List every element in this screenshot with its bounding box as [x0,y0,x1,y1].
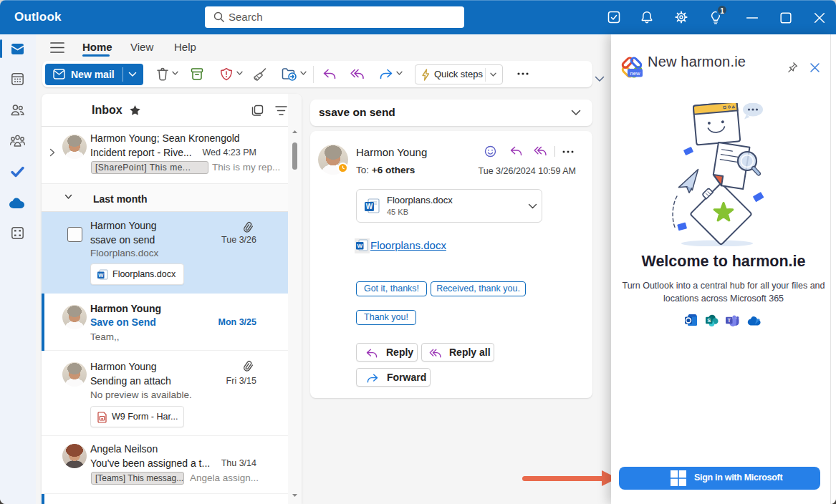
svg-text:T: T [728,317,731,324]
svg-text:new: new [630,70,640,77]
svg-text:W: W [357,243,362,249]
svg-text:S: S [707,317,711,324]
svg-text:W: W [366,203,373,210]
svg-text:W: W [98,272,104,278]
